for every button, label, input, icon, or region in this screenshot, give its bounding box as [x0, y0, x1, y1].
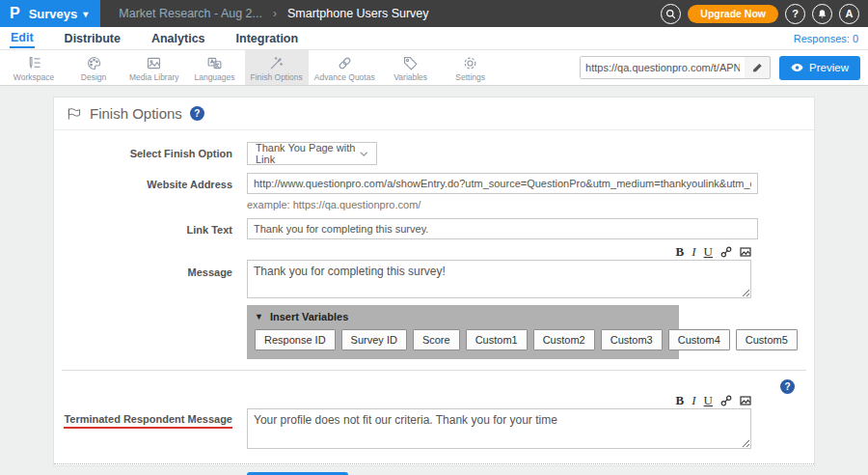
link-icon[interactable]	[720, 246, 732, 258]
toolbar-item-label: Media Library	[129, 72, 179, 82]
notifications-button[interactable]	[812, 4, 832, 24]
toolbar-item-workspace[interactable]: Workspace	[4, 50, 64, 85]
toolbar-item-design[interactable]: Design	[64, 50, 123, 85]
website-example-text: example: https://qa.questionpro.com/	[247, 199, 814, 210]
save-divider	[54, 463, 814, 464]
survey-toolbar: Workspace Design Media Library Languages…	[0, 50, 868, 86]
bold-button[interactable]: B	[676, 245, 685, 258]
tag-icon	[402, 55, 419, 71]
toolbar-item-label: Workspace	[14, 72, 54, 82]
toolbar-item-media-library[interactable]: Media Library	[123, 50, 185, 85]
tab-analytics[interactable]: Analytics	[150, 30, 206, 47]
card-header: Finish Options ?	[54, 98, 814, 130]
toolbar-item-languages[interactable]: Languages	[185, 50, 245, 85]
finish-option-label: Select Finish Option	[54, 142, 247, 165]
insert-variables-title: Insert Variables	[270, 311, 348, 322]
insert-image-icon[interactable]	[740, 246, 751, 258]
top-actions: Upgrade Now ? A	[661, 0, 868, 27]
survey-url-box	[580, 56, 771, 79]
tab-distribute[interactable]: Distribute	[64, 30, 122, 47]
nav-tab-bar: Edit Distribute Analytics Integration Re…	[0, 27, 868, 50]
brand-area[interactable]: P Surveys ▾	[0, 0, 100, 27]
tab-integration[interactable]: Integration	[235, 30, 300, 47]
responses-count[interactable]: Responses: 0	[794, 33, 858, 44]
breadcrumb-separator-icon: ›	[273, 7, 277, 20]
caret-down-icon: ▼	[255, 312, 263, 321]
magic-wand-icon	[268, 55, 285, 71]
toolbar-item-finish-options[interactable]: Finish Options	[245, 50, 309, 85]
tab-edit[interactable]: Edit	[10, 29, 35, 48]
translate-icon	[206, 55, 223, 71]
link-icon[interactable]	[720, 395, 732, 406]
toolbar-item-settings[interactable]: Settings	[441, 50, 501, 85]
preview-button[interactable]: Preview	[779, 56, 860, 80]
variable-survey-id-button[interactable]: Survey ID	[341, 329, 407, 350]
breadcrumb: Market Research - Aug 2... › Smartphone …	[100, 0, 661, 27]
insert-image-icon[interactable]	[740, 395, 751, 406]
variable-custom3-button[interactable]: Custom3	[601, 329, 663, 350]
terminated-help-icon[interactable]: ?	[780, 379, 795, 394]
finish-option-value: Thank You Page with Link	[256, 142, 360, 165]
search-icon	[665, 9, 676, 19]
finish-options-help-icon[interactable]: ?	[190, 106, 204, 121]
link-text-label: Link Text	[54, 218, 247, 239]
search-button[interactable]	[661, 4, 681, 24]
flag-icon	[67, 107, 82, 121]
chevron-down-icon	[360, 151, 368, 157]
toolbar-item-advance-quotas[interactable]: Advance Quotas	[309, 50, 381, 85]
link-text-input[interactable]	[247, 218, 758, 239]
preview-button-label: Preview	[809, 62, 849, 73]
insert-variables-panel: ▼ Insert Variables Response ID Survey ID…	[247, 305, 679, 359]
bold-button[interactable]: B	[676, 394, 685, 406]
website-address-input[interactable]	[247, 173, 758, 194]
terminated-message-label: Terminated Respondent Message	[64, 413, 232, 429]
toolbar-right: Preview	[580, 50, 868, 85]
palette-icon	[86, 55, 102, 71]
bell-icon	[817, 9, 827, 19]
terminated-editor-toolbar: B I U	[247, 394, 751, 406]
message-row: Message B I U Thank you for completing t…	[54, 245, 814, 359]
help-button[interactable]: ?	[785, 4, 805, 24]
surveys-menu[interactable]: Surveys ▾	[29, 7, 89, 21]
terminated-message-textarea[interactable]: Your profile does not fit our criteria. …	[247, 408, 751, 449]
chain-icon	[337, 55, 353, 71]
surveys-menu-label: Surveys	[29, 7, 78, 21]
edit-url-button[interactable]	[745, 62, 770, 73]
variable-custom1-button[interactable]: Custom1	[466, 329, 528, 350]
toolbar-item-label: Settings	[455, 72, 485, 82]
variable-custom2-button[interactable]: Custom2	[533, 329, 595, 350]
upgrade-now-button[interactable]: Upgrade Now	[688, 5, 778, 23]
underline-button[interactable]: U	[704, 245, 713, 258]
toolbar-item-label: Advance Quotas	[314, 72, 375, 82]
survey-url-input[interactable]	[581, 57, 745, 78]
link-text-row: Link Text	[54, 218, 814, 239]
insert-variables-buttons: Response ID Survey ID Score Custom1 Cust…	[255, 329, 671, 350]
toolbar-item-label: Languages	[194, 72, 234, 82]
eye-icon	[791, 63, 803, 72]
underline-button[interactable]: U	[704, 394, 713, 406]
message-textarea[interactable]: Thank you for completing this survey!	[247, 260, 751, 298]
variable-response-id-button[interactable]: Response ID	[255, 329, 336, 350]
insert-variables-toggle[interactable]: ▼ Insert Variables	[255, 311, 671, 322]
toolbar-item-label: Design	[81, 72, 106, 82]
top-bar: P Surveys ▾ Market Research - Aug 2... ›…	[0, 0, 868, 27]
gear-icon	[462, 55, 478, 71]
toolbar-item-label: Finish Options	[251, 72, 303, 82]
toolbar-item-variables[interactable]: Variables	[381, 50, 441, 85]
finish-options-card: Finish Options ? Select Finish Option Th…	[53, 97, 815, 466]
breadcrumb-folder[interactable]: Market Research - Aug 2...	[119, 7, 262, 20]
website-address-row: Website Address example: https://qa.ques…	[54, 173, 814, 210]
italic-button[interactable]: I	[692, 245, 695, 258]
italic-button[interactable]: I	[692, 394, 695, 406]
variable-custom4-button[interactable]: Custom4	[668, 329, 730, 350]
finish-option-select[interactable]: Thank You Page with Link	[247, 142, 377, 165]
breadcrumb-survey-name[interactable]: Smartphone Users Survey	[287, 7, 429, 20]
website-address-label: Website Address	[54, 173, 247, 210]
variable-score-button[interactable]: Score	[413, 329, 460, 350]
pencil-list-icon	[26, 55, 42, 71]
terminated-help-row: ?	[54, 371, 814, 394]
message-label: Message	[54, 245, 247, 359]
variable-custom5-button[interactable]: Custom5	[736, 329, 798, 350]
avatar[interactable]: A	[839, 4, 859, 24]
finish-option-row: Select Finish Option Thank You Page with…	[54, 142, 814, 165]
